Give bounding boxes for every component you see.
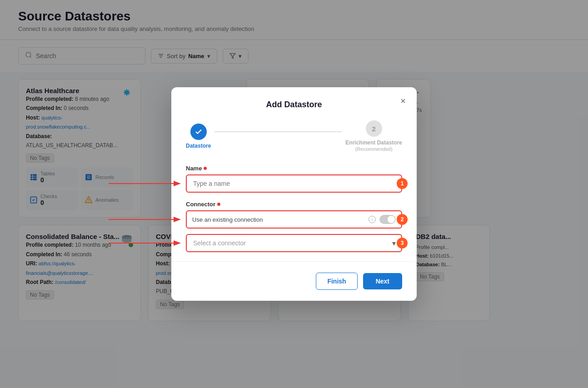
step1-circle <box>190 124 207 140</box>
arrow-annotation-1 <box>104 177 186 190</box>
name-step-badge: 1 <box>397 178 408 189</box>
connector-select-row: Select a connector ▾ 3 <box>186 234 402 252</box>
step2-circle: 2 <box>366 120 382 137</box>
step-line <box>214 131 342 132</box>
connector-label: Connector <box>186 201 402 208</box>
use-existing-toggle[interactable] <box>379 215 396 224</box>
use-existing-toggle-row: Use an existing connection i <box>186 210 402 229</box>
connector-select[interactable]: Select a connector <box>186 234 402 252</box>
step-2: 2 Enrichment Datastore (Recommended) <box>345 120 402 152</box>
step1-label: Datastore <box>186 143 211 149</box>
required-indicator <box>204 167 207 170</box>
name-label: Name <box>186 165 402 172</box>
info-icon[interactable]: i <box>369 216 376 223</box>
modal-overlay: × Add Datastore Datastore 2 Enrichment D… <box>0 0 588 388</box>
required-indicator <box>217 203 220 206</box>
connector-step-badge: 2 <box>397 214 408 225</box>
connector-form-group: Connector Use an existing connection i 2 <box>186 201 402 252</box>
step-1: Datastore <box>186 124 211 149</box>
close-icon: × <box>400 96 406 106</box>
modal-title: Add Datastore <box>186 100 402 109</box>
next-button[interactable]: Next <box>363 273 402 289</box>
use-existing-label: Use an existing connection <box>192 216 365 223</box>
name-form-group: Name 1 <box>186 165 402 193</box>
stepper: Datastore 2 Enrichment Datastore (Recomm… <box>186 120 402 152</box>
name-input-row: 1 <box>186 174 402 193</box>
select-step-badge: 3 <box>397 238 408 249</box>
modal-close-button[interactable]: × <box>397 95 409 107</box>
name-input[interactable] <box>186 174 402 193</box>
arrow-annotation-2 <box>104 213 186 226</box>
modal-footer: Finish Next <box>186 271 402 290</box>
finish-button[interactable]: Finish <box>316 273 357 290</box>
arrow-annotation-3 <box>104 236 186 250</box>
modal-divider <box>171 261 417 262</box>
add-datastore-modal: × Add Datastore Datastore 2 Enrichment D… <box>171 87 417 301</box>
page-container: Source Datastores Connect to a source da… <box>0 0 588 388</box>
step2-label: Enrichment Datastore (Recommended) <box>345 139 402 152</box>
